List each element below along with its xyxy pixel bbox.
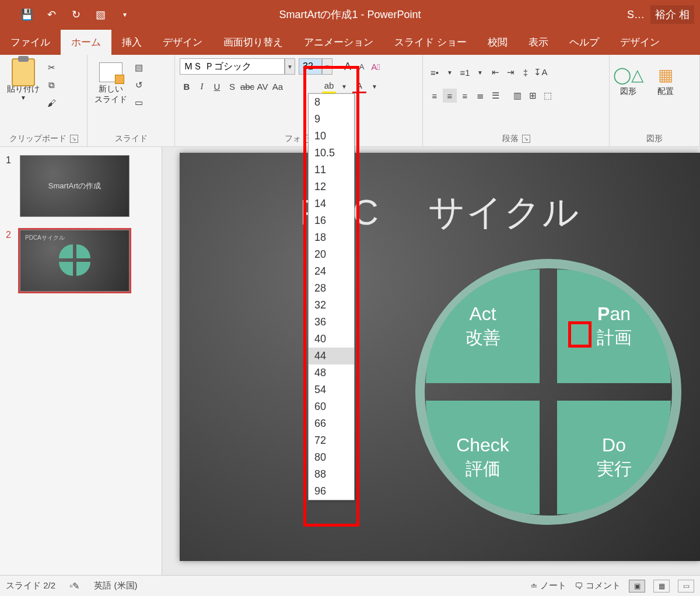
quadrant-check[interactable]: Check 評価 xyxy=(426,401,540,514)
font-size-option-36[interactable]: 36 xyxy=(309,314,354,331)
cut-icon[interactable]: ✂ xyxy=(44,61,58,75)
status-language[interactable]: 英語 (米国) xyxy=(94,580,137,591)
tab-design-tools[interactable]: デザイン xyxy=(610,30,670,55)
font-size-option-10.5[interactable]: 10.5 xyxy=(309,145,354,162)
font-size-option-48[interactable]: 48 xyxy=(309,364,354,381)
reading-view-icon[interactable]: ▭ xyxy=(678,580,694,593)
font-color-dropdown-icon[interactable]: ▼ xyxy=(368,79,382,93)
font-size-option-80[interactable]: 80 xyxy=(309,449,354,466)
qat-customize-icon[interactable]: ▾ xyxy=(116,5,134,24)
paste-button[interactable]: 貼り付け ▼ xyxy=(5,58,42,103)
font-size-option-14[interactable]: 14 xyxy=(309,195,354,212)
font-size-option-40[interactable]: 40 xyxy=(309,331,354,348)
tab-animations[interactable]: アニメーション xyxy=(293,30,384,55)
slideshow-start-icon[interactable]: ▧ xyxy=(91,5,110,24)
strike-button[interactable]: abc xyxy=(240,79,254,93)
bullets-icon[interactable]: ≡• xyxy=(428,65,442,79)
highlight-color-icon[interactable]: ab xyxy=(322,79,336,93)
comments-button[interactable]: 🗨 コメント xyxy=(575,580,621,591)
quadrant-act[interactable]: Act 改善 xyxy=(426,269,540,383)
save-icon[interactable]: 💾 xyxy=(18,5,36,24)
char-spacing-icon[interactable]: AV xyxy=(256,79,270,93)
smartart-convert-icon[interactable]: ⬚ xyxy=(541,89,555,103)
align-center-icon[interactable]: ≡ xyxy=(443,89,457,103)
font-size-option-9[interactable]: 9 xyxy=(309,111,354,128)
bullets-dropdown-icon[interactable]: ▼ xyxy=(443,65,457,79)
columns-icon[interactable]: ▥ xyxy=(510,89,524,103)
tab-insert[interactable]: 挿入 xyxy=(111,30,152,55)
font-size-option-66[interactable]: 66 xyxy=(309,415,354,432)
slide-thumbnail-2[interactable]: PDCAサイクル xyxy=(20,230,130,292)
font-size-option-60[interactable]: 60 xyxy=(309,398,354,415)
normal-view-icon[interactable]: ▣ xyxy=(629,580,645,593)
pdca-cycle-diagram[interactable]: Act 改善 Pan 計画 Check 評価 Do 実行 xyxy=(426,269,671,514)
tab-file[interactable]: ファイル xyxy=(0,30,61,55)
tab-view[interactable]: 表示 xyxy=(518,30,559,55)
font-size-option-72[interactable]: 72 xyxy=(309,432,354,449)
align-left-icon[interactable]: ≡ xyxy=(428,89,442,103)
bold-button[interactable]: B xyxy=(180,79,194,93)
font-size-option-54[interactable]: 54 xyxy=(309,381,354,398)
spellcheck-icon[interactable]: ▫✎ xyxy=(69,581,80,591)
font-size-option-28[interactable]: 28 xyxy=(309,280,354,297)
quadrant-do[interactable]: Do 実行 xyxy=(557,401,671,514)
new-slide-button[interactable]: 新しい スライド xyxy=(92,58,130,107)
arrange-button[interactable]: ▦ 配置 xyxy=(652,61,680,99)
increase-indent-icon[interactable]: ⇥ xyxy=(503,65,517,79)
font-size-option-12[interactable]: 12 xyxy=(309,178,354,195)
font-size-combo[interactable]: 32 xyxy=(299,58,322,75)
tab-review[interactable]: 校閲 xyxy=(477,30,518,55)
quadrant-plan[interactable]: Pan 計画 xyxy=(557,269,671,383)
align-text-icon[interactable]: ⊞ xyxy=(526,89,540,103)
format-painter-icon[interactable]: 🖌 xyxy=(44,96,58,110)
increase-font-icon[interactable]: A xyxy=(341,59,355,73)
font-size-option-20[interactable]: 20 xyxy=(309,246,354,263)
font-size-option-18[interactable]: 18 xyxy=(309,229,354,246)
font-size-option-8[interactable]: 8 xyxy=(309,94,354,111)
decrease-indent-icon[interactable]: ⇤ xyxy=(488,65,502,79)
line-spacing-icon[interactable]: ‡ xyxy=(519,65,533,79)
shapes-button[interactable]: ◯△ 図形 xyxy=(614,61,642,99)
justify-icon[interactable]: ≣ xyxy=(473,89,487,103)
font-size-option-88[interactable]: 88 xyxy=(309,466,354,483)
font-size-option-16[interactable]: 16 xyxy=(309,212,354,229)
notes-button[interactable]: ≐ ノート xyxy=(530,580,566,591)
font-size-option-10[interactable]: 10 xyxy=(309,128,354,145)
italic-button[interactable]: I xyxy=(195,79,209,93)
tab-home[interactable]: ホーム xyxy=(61,30,111,55)
font-name-dropdown-icon[interactable]: ▼ xyxy=(285,58,295,75)
copy-icon[interactable]: ⧉ xyxy=(44,78,58,92)
sorter-view-icon[interactable]: ▦ xyxy=(653,580,670,593)
decrease-font-icon[interactable]: A xyxy=(355,59,369,73)
tab-transitions[interactable]: 画面切り替え xyxy=(213,30,293,55)
paragraph-dialog-launcher[interactable]: ↘ xyxy=(522,135,530,143)
clipboard-dialog-launcher[interactable]: ↘ xyxy=(70,135,78,143)
numbering-dropdown-icon[interactable]: ▼ xyxy=(473,65,487,79)
text-direction-icon[interactable]: ↧A xyxy=(534,65,548,79)
undo-icon[interactable]: ↶ xyxy=(42,5,61,24)
tab-slideshow[interactable]: スライド ショー xyxy=(384,30,477,55)
highlight-dropdown-icon[interactable]: ▼ xyxy=(337,79,351,93)
font-size-dropdown-icon[interactable]: ▼ xyxy=(322,58,332,75)
slide[interactable]: PDC サイクル Act 改善 Pan 計画 Check 評価 Do 実行 xyxy=(180,153,700,561)
slide-thumbnail-1[interactable]: SmartArtの作成 xyxy=(20,155,130,217)
font-size-option-11[interactable]: 11 xyxy=(309,162,354,178)
font-size-dropdown[interactable]: 891010.511121416182024283236404448546066… xyxy=(308,93,355,500)
layout-icon[interactable]: ▤ xyxy=(132,61,146,75)
font-color-icon[interactable]: A xyxy=(352,79,366,93)
reset-icon[interactable]: ↺ xyxy=(132,78,146,92)
user-name[interactable]: 裕介 相 xyxy=(650,5,694,24)
tab-design[interactable]: デザイン xyxy=(152,30,213,55)
distribute-icon[interactable]: ☰ xyxy=(488,89,502,103)
numbering-icon[interactable]: ≡1 xyxy=(458,65,472,79)
align-right-icon[interactable]: ≡ xyxy=(458,89,472,103)
font-size-option-96[interactable]: 96 xyxy=(309,483,354,500)
slide-title[interactable]: PDC サイクル xyxy=(180,188,700,237)
shadow-button[interactable]: S xyxy=(225,79,239,93)
clear-format-icon[interactable]: A⃠ xyxy=(369,59,383,73)
section-icon[interactable]: ▭ xyxy=(132,96,146,110)
share-indicator[interactable]: S… xyxy=(627,9,645,21)
font-size-option-24[interactable]: 24 xyxy=(309,263,354,280)
font-name-combo[interactable]: ＭＳ Ｐゴシック xyxy=(180,58,285,75)
change-case-icon[interactable]: Aa xyxy=(271,79,285,93)
